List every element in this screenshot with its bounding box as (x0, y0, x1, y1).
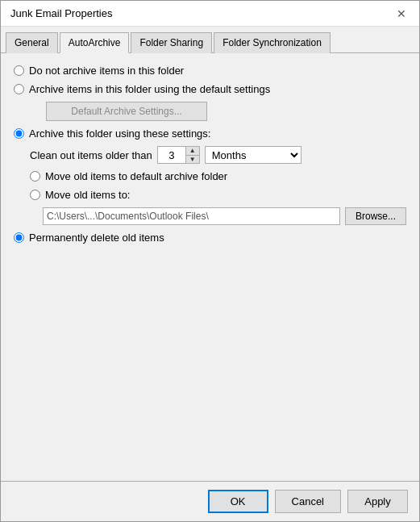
path-row: Browse... (43, 207, 406, 225)
radio-default-archive-row[interactable]: Archive items in this folder using the d… (14, 83, 406, 95)
radio-no-archive-row[interactable]: Do not archive items in this folder (14, 65, 406, 77)
footer: OK Cancel Apply (1, 481, 419, 521)
radio-move-to[interactable] (30, 190, 40, 200)
radio-permanently-delete-row[interactable]: Permanently delete old items (14, 232, 406, 244)
radio-move-default[interactable] (30, 171, 40, 182)
tab-folder-sharing[interactable]: Folder Sharing (131, 32, 212, 53)
spin-down-button[interactable]: ▼ (186, 155, 199, 164)
radio-default-archive-label: Archive items in this folder using the d… (29, 83, 270, 95)
spin-buttons: ▲ ▼ (185, 147, 199, 163)
ok-button[interactable]: OK (208, 490, 268, 513)
radio-this-folder-row[interactable]: Archive this folder using these settings… (14, 127, 406, 140)
close-button[interactable]: ✕ (393, 6, 410, 22)
radio-move-default-label: Move old items to default archive folder (45, 170, 227, 182)
radio-no-archive-label: Do not archive items in this folder (29, 65, 184, 77)
radio-move-default-row[interactable]: Move old items to default archive folder (30, 170, 406, 182)
radio-this-folder-label: Archive this folder using these settings… (29, 127, 210, 140)
title-bar: Junk Email Properties ✕ (1, 1, 419, 27)
radio-move-to-label: Move old items to: (45, 189, 131, 201)
radio-default-archive[interactable] (14, 84, 24, 94)
number-input-wrap: ▲ ▼ (157, 146, 200, 164)
period-select[interactable]: Days Weeks Months (205, 146, 301, 164)
clean-out-number-input[interactable] (158, 147, 185, 163)
tab-general[interactable]: General (6, 32, 58, 53)
dialog-title: Junk Email Properties (10, 7, 112, 19)
radio-permanently-delete-label: Permanently delete old items (29, 232, 164, 244)
tab-folder-sync[interactable]: Folder Synchronization (214, 32, 331, 53)
radio-no-archive[interactable] (14, 65, 24, 76)
dialog: Junk Email Properties ✕ General AutoArch… (0, 0, 420, 522)
cancel-button[interactable]: Cancel (275, 490, 341, 513)
tab-autoarchive[interactable]: AutoArchive (60, 32, 130, 53)
content-spacer (14, 250, 406, 470)
clean-out-row: Clean out items older than ▲ ▼ Days Week… (30, 146, 406, 164)
radio-move-to-row[interactable]: Move old items to: (30, 189, 406, 201)
tab-content: Do not archive items in this folder Arch… (1, 53, 419, 481)
tab-bar: General AutoArchive Folder Sharing Folde… (1, 27, 419, 53)
clean-out-label: Clean out items older than (30, 149, 152, 161)
spin-up-button[interactable]: ▲ (186, 147, 199, 155)
radio-this-folder[interactable] (14, 128, 24, 139)
radio-permanently-delete[interactable] (14, 232, 24, 243)
browse-button[interactable]: Browse... (345, 207, 406, 225)
path-input[interactable] (43, 207, 340, 225)
default-archive-settings-button[interactable]: Default Archive Settings... (46, 102, 207, 121)
apply-button[interactable]: Apply (347, 490, 408, 513)
